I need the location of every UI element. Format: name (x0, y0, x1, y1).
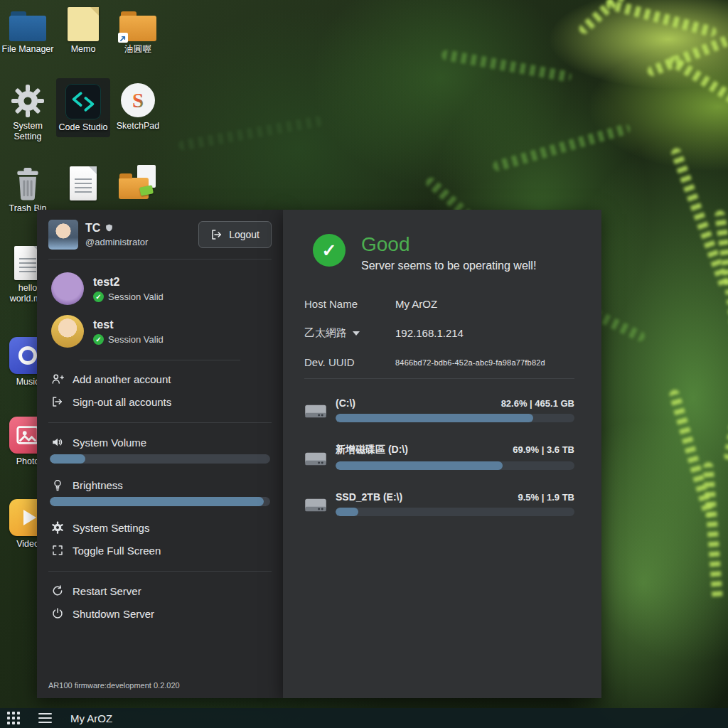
icon-label: Code Studio (56, 122, 110, 133)
system-settings-item[interactable]: System Settings (48, 516, 272, 539)
user-panel: TC @administrator Logout te (37, 210, 283, 698)
volume-slider-fill (50, 454, 85, 464)
icon-label: File Manager (1, 44, 55, 55)
add-account-item[interactable]: Add another account (48, 368, 272, 390)
brightness-item: Brightness (48, 473, 272, 493)
avatar (51, 272, 84, 305)
divider (48, 259, 272, 259)
disk-usage: 82.6% | 465.1 GB (501, 398, 574, 409)
icon-label: System Setting (1, 121, 55, 142)
device-uuid: 8466bd72-bdb6-452a-abc9-fa98a77fb82d (395, 358, 574, 367)
session-status: Session Valid (108, 334, 164, 345)
gear-icon (51, 521, 64, 534)
disk-usage-bar (336, 508, 574, 516)
disk-usage: 69.9% | 3.6 TB (513, 444, 574, 455)
icon-label: SketchPad (111, 121, 165, 132)
session-status: Session Valid (108, 291, 164, 302)
toggle-fullscreen-item[interactable]: Toggle Full Screen (48, 539, 272, 562)
disk-usage-bar (336, 414, 574, 422)
avatar (51, 315, 84, 348)
app-grid-icon[interactable] (7, 712, 20, 724)
server-status: Good Server seems to be operating well! (304, 234, 574, 272)
disk-usage-fill (336, 508, 358, 516)
ip-address: 192.168.1.214 (395, 327, 574, 339)
signout-all-item[interactable]: Sign-out all accounts (48, 390, 272, 413)
restart-server-item[interactable]: Restart Server (48, 579, 272, 602)
bulb-icon (51, 478, 64, 491)
check-circle-icon (313, 234, 346, 267)
disk-name: SSD_2TB (E:\) (336, 491, 402, 503)
desktop-icon-document[interactable] (56, 164, 110, 203)
divider (80, 360, 240, 360)
logout-button[interactable]: Logout (198, 221, 272, 248)
disk-usage-bar (336, 461, 574, 470)
account-row-test[interactable]: test Session Valid (48, 310, 272, 353)
desktop-icon-code-studio[interactable]: Code Studio (56, 78, 110, 137)
volume-slider[interactable] (50, 454, 270, 464)
disk-row-d: 新增磁碟區 (D:\) 69.9% | 3.6 TB (304, 444, 574, 470)
hostname-value: My ArOZ (395, 298, 574, 310)
drive-icon (304, 403, 327, 423)
shortcut-arrow-icon (118, 33, 128, 43)
system-volume-item: System Volume (48, 431, 272, 450)
shutdown-server-item[interactable]: Shutdown Server (48, 602, 272, 625)
signout-icon (51, 395, 64, 408)
folder-copy-icon (119, 165, 157, 200)
account-name: test (93, 318, 164, 331)
disk-name: (C:\) (336, 397, 355, 409)
drive-icon (304, 497, 327, 517)
brightness-slider-fill (50, 497, 264, 506)
svg-text:S: S (132, 89, 144, 112)
avatar (48, 220, 78, 250)
check-circle-icon (93, 334, 104, 345)
user-header: TC @administrator Logout (48, 220, 272, 250)
username: TC (85, 222, 100, 235)
account-row-test2[interactable]: test2 Session Valid (48, 267, 272, 310)
divider (304, 378, 574, 379)
code-icon (65, 84, 101, 119)
desktop-icon-folder-copy[interactable] (111, 164, 165, 203)
status-title: Good (361, 234, 536, 255)
note-icon (68, 7, 99, 41)
desktop-icon-sketchpad[interactable]: S SketchPad (111, 81, 165, 132)
desktop-icon-system-setting[interactable]: System Setting (1, 81, 55, 142)
desktop-icon-file-manager[interactable]: File Manager (1, 4, 55, 55)
chevron-down-icon (353, 331, 360, 336)
firmware-version: AR100 firmware:development 0.2.020 (48, 675, 272, 690)
document-icon (70, 166, 97, 200)
desktop: File Manager Memo 油圓喔 (0, 0, 728, 728)
shield-icon (105, 223, 114, 233)
network-row: 乙太網路 192.168.1.214 (304, 326, 574, 340)
brightness-slider[interactable] (50, 497, 270, 506)
status-message: Server seems to be operating well! (361, 259, 536, 272)
uuid-row: Dev. UUID 8466bd72-bdb6-452a-abc9-fa98a7… (304, 356, 574, 368)
taskbar-title: My ArOZ (70, 712, 112, 724)
disk-row-c: (C:\) 82.6% | 465.1 GB (304, 397, 574, 422)
taskbar: My ArOZ (0, 708, 728, 728)
trash-icon (1, 164, 55, 200)
restart-icon (51, 584, 64, 597)
power-icon (51, 607, 64, 620)
desktop-icon-trash-bin[interactable]: Trash Bin (1, 164, 55, 214)
divider (48, 571, 272, 572)
menu-icon[interactable] (38, 713, 52, 723)
disk-usage-fill (336, 414, 533, 422)
network-selector[interactable]: 乙太網路 (304, 326, 395, 340)
sketchpad-icon: S (111, 81, 165, 118)
check-circle-icon (93, 291, 104, 302)
account-name: test2 (93, 276, 164, 289)
speaker-icon (51, 436, 64, 449)
folder-shortcut-icon (119, 11, 156, 41)
icon-label: Memo (56, 44, 110, 55)
desktop-icon-memo[interactable]: Memo (56, 4, 110, 55)
icon-label: 油圓喔 (111, 44, 165, 55)
drive-icon (304, 451, 327, 471)
disk-usage-fill (336, 461, 503, 470)
server-status-panel: Good Server seems to be operating well! … (283, 210, 601, 698)
add-user-icon (51, 373, 64, 385)
user-handle: @administrator (85, 237, 148, 247)
fullscreen-icon (51, 544, 64, 557)
desktop-icon-shortcut-folder[interactable]: 油圓喔 (111, 4, 165, 55)
logout-icon (210, 228, 223, 241)
hostname-row: Host Name My ArOZ (304, 298, 574, 310)
